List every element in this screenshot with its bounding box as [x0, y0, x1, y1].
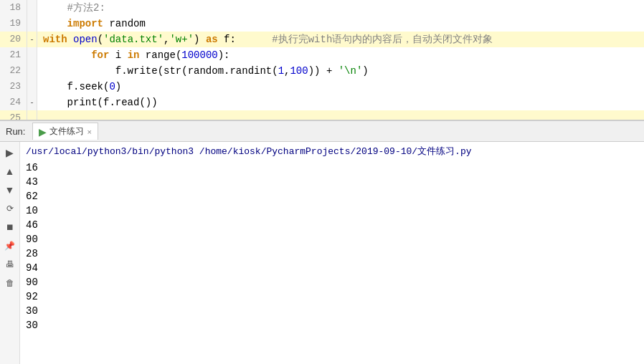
line-number-20: 20 — [0, 32, 27, 47]
output-line-1: 16 — [26, 161, 638, 175]
code-line-20: 20 - with open('data.txt','w+') as f: #执… — [0, 32, 644, 47]
line-content-18: #方法2: — [37, 0, 644, 16]
output-line-12: 30 — [26, 318, 638, 332]
code-line-24: 24 - print(f.read()) — [0, 95, 644, 110]
line-marker-20: - — [27, 32, 37, 47]
line-number-21: 21 — [0, 47, 27, 63]
line-content-25 — [37, 110, 644, 120]
output-line-6: 90 — [26, 232, 638, 246]
line-marker-19 — [27, 16, 37, 32]
output-line-9: 90 — [26, 275, 638, 289]
code-line-19: 19 import random — [0, 16, 644, 32]
output-path: /usr/local/python3/bin/python3 /home/kio… — [26, 145, 638, 159]
line-content-23: f.seek(0) — [37, 79, 644, 95]
line-content-21: for i in range(100000): — [37, 47, 644, 63]
code-line-18: 18 #方法2: — [0, 0, 644, 16]
run-tab-name: 文件练习 — [49, 125, 84, 138]
scroll-down-button[interactable]: ▼ — [2, 182, 18, 198]
run-bar: Run: ▶ 文件练习 × — [0, 120, 644, 142]
clear-button[interactable]: 🗑 — [2, 275, 18, 291]
line-content-20: with open('data.txt','w+') as f: #执行完wit… — [37, 32, 644, 47]
scroll-up-button[interactable]: ▲ — [2, 163, 18, 179]
line-marker-18 — [27, 0, 37, 16]
line-content-22: f.write(str(random.randint(1,100)) + '\n… — [37, 63, 644, 79]
output-line-10: 92 — [26, 289, 638, 304]
print-button[interactable]: 🖶 — [2, 257, 18, 272]
code-editor: 18 #方法2: 19 import random 20 - with open… — [0, 0, 644, 120]
run-tab[interactable]: ▶ 文件练习 × — [32, 123, 98, 140]
line-number-23: 23 — [0, 79, 27, 95]
run-label: Run: — [6, 126, 25, 137]
line-number-24: 24 — [0, 95, 27, 110]
run-button[interactable]: ▶ — [2, 145, 18, 161]
line-content-24: print(f.read()) — [37, 95, 644, 110]
output-line-3: 62 — [26, 189, 638, 203]
code-line-22: 22 f.write(str(random.randint(1,100)) + … — [0, 63, 644, 79]
output-content[interactable]: /usr/local/python3/bin/python3 /home/kio… — [20, 142, 644, 364]
output-line-7: 28 — [26, 246, 638, 261]
pin-button[interactable]: 📌 — [2, 238, 18, 254]
rerun-button[interactable]: ⟳ — [2, 201, 18, 216]
code-line-21: 21 for i in range(100000): — [0, 47, 644, 63]
output-area: ▶ ▲ ▼ ⟳ ⏹ 📌 🖶 🗑 /usr/local/python3/bin/p… — [0, 142, 644, 364]
output-line-2: 43 — [26, 175, 638, 189]
code-line-23: 23 f.seek(0) — [0, 79, 644, 95]
run-tab-close-button[interactable]: × — [87, 128, 91, 136]
line-marker-25 — [27, 110, 37, 120]
run-tab-play-icon: ▶ — [39, 126, 47, 138]
code-line-25: 25 — [0, 110, 644, 120]
line-number-25: 25 — [0, 110, 27, 120]
line-marker-21 — [27, 47, 37, 63]
stop-button[interactable]: ⏹ — [2, 219, 18, 235]
line-number-19: 19 — [0, 16, 27, 32]
line-marker-24: - — [27, 95, 37, 110]
line-marker-22 — [27, 63, 37, 79]
output-line-4: 10 — [26, 203, 638, 218]
line-marker-23 — [27, 79, 37, 95]
output-toolbar: ▶ ▲ ▼ ⟳ ⏹ 📌 🖶 🗑 — [0, 142, 20, 364]
line-number-18: 18 — [0, 0, 27, 16]
output-line-8: 94 — [26, 261, 638, 275]
output-line-11: 30 — [26, 304, 638, 318]
output-line-5: 46 — [26, 218, 638, 232]
line-content-19: import random — [37, 16, 644, 32]
line-number-22: 22 — [0, 63, 27, 79]
